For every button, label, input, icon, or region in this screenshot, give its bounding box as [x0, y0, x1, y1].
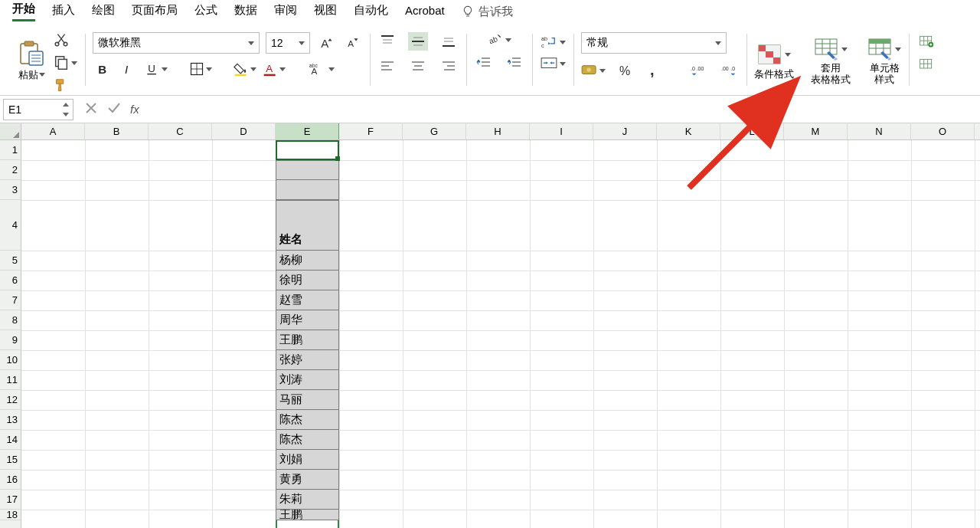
decrease-indent-button[interactable]: [474, 54, 494, 72]
row-header[interactable]: 10: [0, 350, 21, 370]
font-size-select[interactable]: 12: [266, 32, 310, 54]
comma-button[interactable]: ,: [647, 61, 662, 80]
col-header-M[interactable]: M: [784, 123, 848, 139]
align-left-button[interactable]: [377, 57, 397, 75]
bold-button[interactable]: B: [93, 60, 113, 78]
borders-button[interactable]: [189, 61, 212, 77]
paste-button[interactable]: 粘贴: [11, 41, 53, 82]
cell[interactable]: [276, 180, 339, 200]
cell[interactable]: 陈杰: [276, 430, 339, 450]
row-header[interactable]: 2: [0, 160, 21, 180]
delete-cells-button[interactable]: [916, 55, 936, 74]
col-header-D[interactable]: D: [212, 123, 276, 139]
shrink-font-button[interactable]: A: [342, 34, 362, 52]
row-header[interactable]: 3: [0, 180, 21, 200]
tab-acrobat[interactable]: Acrobat: [405, 4, 445, 20]
cell[interactable]: 马丽: [276, 390, 339, 410]
font-color-button[interactable]: A: [263, 61, 286, 77]
conditional-formatting-button[interactable]: 条件格式: [754, 44, 794, 80]
insert-cells-button[interactable]: [916, 32, 936, 51]
align-right-button[interactable]: [439, 57, 459, 75]
row-header[interactable]: 7: [0, 290, 21, 310]
align-bottom-button[interactable]: [439, 32, 459, 51]
cell[interactable]: 徐明: [276, 271, 339, 290]
cell-styles-button[interactable]: 单元格样式: [867, 38, 901, 85]
cell[interactable]: 陈杰: [276, 410, 339, 430]
row-header[interactable]: 12: [0, 390, 21, 410]
col-header-H[interactable]: H: [466, 123, 530, 139]
tab-formulas[interactable]: 公式: [194, 3, 217, 21]
cell[interactable]: 张婷: [276, 350, 339, 370]
col-header-G[interactable]: G: [403, 123, 466, 139]
row-header[interactable]: 6: [0, 271, 21, 290]
format-as-table-button[interactable]: 套用表格格式: [811, 38, 851, 85]
row-header[interactable]: 4: [0, 200, 21, 251]
cell[interactable]: 王鹏: [276, 330, 339, 350]
grow-font-button[interactable]: A: [316, 34, 336, 52]
align-center-button[interactable]: [408, 57, 428, 75]
cell[interactable]: [276, 160, 339, 180]
percent-button[interactable]: %: [616, 61, 636, 80]
decrease-decimal-button[interactable]: .00.0: [719, 61, 739, 80]
font-name-select[interactable]: 微软雅黑: [93, 32, 260, 54]
currency-button[interactable]: [581, 64, 606, 77]
cut-button[interactable]: [53, 31, 70, 48]
cell[interactable]: 周华: [276, 310, 339, 330]
col-header-A[interactable]: A: [21, 123, 85, 139]
italic-button[interactable]: I: [119, 60, 139, 78]
orientation-button[interactable]: ab: [487, 32, 511, 48]
col-header-B[interactable]: B: [85, 123, 149, 139]
increase-indent-button[interactable]: [505, 54, 524, 72]
col-header-N[interactable]: N: [848, 123, 911, 139]
tab-automation[interactable]: 自动化: [354, 3, 388, 21]
enter-formula-button[interactable]: [107, 101, 121, 118]
column-header-cell[interactable]: 姓名: [276, 200, 339, 251]
fill-handle[interactable]: [335, 156, 340, 161]
tab-insert[interactable]: 插入: [52, 3, 75, 21]
row-header[interactable]: 5: [0, 251, 21, 271]
cell[interactable]: 朱莉: [276, 490, 339, 510]
row-header[interactable]: 17: [0, 490, 21, 510]
tab-view[interactable]: 视图: [314, 3, 337, 21]
cell[interactable]: 刘涛: [276, 370, 339, 390]
col-header-C[interactable]: C: [149, 123, 212, 139]
select-all-corner[interactable]: [0, 123, 21, 139]
col-header-J[interactable]: J: [593, 123, 657, 139]
format-painter-button[interactable]: [53, 77, 70, 94]
phonetic-button[interactable]: abcA: [307, 61, 335, 77]
tell-me[interactable]: 告诉我: [462, 5, 513, 19]
grid[interactable]: 1 2 3 4 5 6 7 8 9 10 11 12 13 14 15 16 1…: [0, 140, 980, 528]
copy-button[interactable]: [53, 54, 77, 71]
number-format-select[interactable]: 常规: [581, 32, 727, 54]
col-header-L[interactable]: L: [720, 123, 784, 139]
cell[interactable]: 王鹏: [276, 510, 339, 520]
merge-button[interactable]: [540, 57, 566, 71]
cell[interactable]: 杨柳: [276, 251, 339, 271]
tab-data[interactable]: 数据: [234, 3, 257, 21]
tab-review[interactable]: 审阅: [274, 3, 297, 21]
row-header[interactable]: 13: [0, 410, 21, 430]
col-header-E[interactable]: E: [276, 123, 339, 139]
fill-color-button[interactable]: [234, 61, 256, 77]
align-top-button[interactable]: [377, 32, 397, 51]
cell[interactable]: 赵雪: [276, 290, 339, 310]
tab-page-layout[interactable]: 页面布局: [132, 3, 178, 21]
align-middle-button[interactable]: [408, 32, 428, 51]
underline-button[interactable]: U: [145, 61, 168, 77]
increase-decimal-button[interactable]: .0.00: [688, 61, 708, 80]
col-header-O[interactable]: O: [911, 123, 975, 139]
cells[interactable]: 姓名 杨柳 徐明 赵雪 周华 王鹏 张婷 刘涛 马丽 陈杰 陈杰 刘娟 黄勇 朱…: [21, 140, 980, 528]
tab-home[interactable]: 开始: [12, 2, 35, 21]
cell[interactable]: 刘娟: [276, 450, 339, 470]
row-header[interactable]: 18: [0, 510, 21, 520]
row-header[interactable]: 11: [0, 370, 21, 390]
row-header[interactable]: 16: [0, 470, 21, 490]
col-header-K[interactable]: K: [657, 123, 720, 139]
tab-draw[interactable]: 绘图: [92, 3, 115, 21]
row-header[interactable]: 9: [0, 330, 21, 350]
active-cell[interactable]: [276, 140, 339, 160]
col-header-F[interactable]: F: [339, 123, 403, 139]
row-header[interactable]: 8: [0, 310, 21, 330]
cell[interactable]: 黄勇: [276, 470, 339, 490]
cancel-formula-button[interactable]: [84, 101, 98, 118]
